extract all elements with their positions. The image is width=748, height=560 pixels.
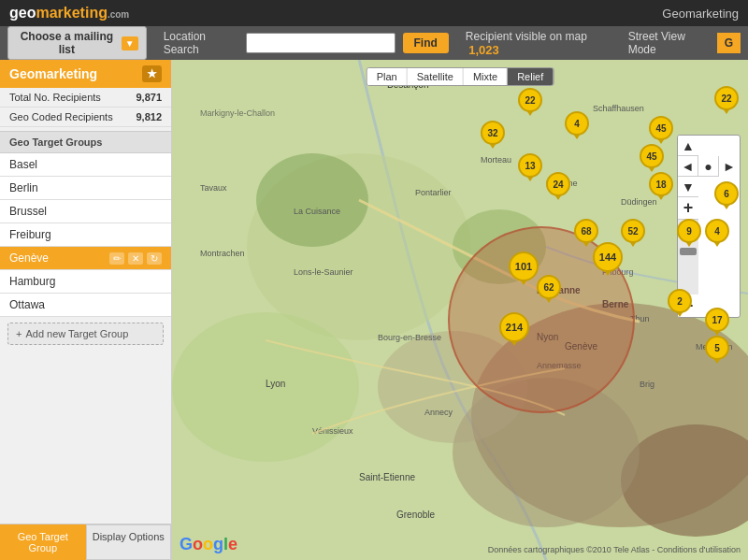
map-marker-8[interactable]: 18 [649, 172, 673, 196]
add-target-group-button[interactable]: + Add new Target Group [7, 323, 164, 345]
map-type-mixte[interactable]: Mixte [464, 68, 508, 85]
map-marker-9[interactable]: 6 [714, 181, 739, 206]
marker-bubble: 101 [509, 251, 539, 281]
svg-text:Bourg-en-Bresse: Bourg-en-Bresse [378, 333, 441, 342]
marker-bubble: 17 [705, 308, 729, 332]
marker-bubble: 4 [705, 219, 729, 243]
tab-geo-target-group[interactable]: Geo Target Group [0, 524, 86, 560]
marker-bubble: 45 [649, 116, 673, 140]
zoom-in-button[interactable]: + [678, 197, 698, 220]
map-marker-16[interactable]: 144 [593, 242, 623, 272]
google-e: e [228, 535, 237, 553]
marker-bubble: 6 [714, 181, 739, 206]
svg-text:Grenoble: Grenoble [396, 510, 436, 520]
map-type-relief[interactable]: Relief [508, 68, 553, 85]
group-name: Genève [9, 251, 49, 265]
map-marker-5[interactable]: 13 [518, 153, 542, 178]
main-layout: Geomarketing ★ Total No. Recipients 9,87… [0, 60, 748, 560]
recipient-info: Recipient visible on map 1,023 [466, 30, 611, 57]
location-search-input[interactable] [246, 33, 396, 53]
marker-bubble: 24 [546, 172, 570, 196]
google-g2: g [213, 535, 223, 553]
group-actions: ✏ ✕ ↻ [109, 252, 162, 265]
marker-bubble: 18 [649, 172, 673, 196]
marker-bubble: 22 [518, 88, 542, 112]
svg-text:Morteau: Morteau [481, 155, 511, 165]
svg-text:La Cuisance: La Cuisance [294, 207, 340, 216]
bottom-tabs: Geo Target Group Display Options [0, 524, 171, 560]
map-type-satellite[interactable]: Satellite [408, 68, 464, 85]
map-marker-20[interactable]: 17 [705, 308, 729, 332]
total-recipients-label: Total No. Recipients [9, 92, 101, 103]
svg-text:Saint-Etienne: Saint-Etienne [359, 472, 415, 482]
svg-text:Tavaux: Tavaux [200, 183, 227, 193]
pan-center-button[interactable]: ● [698, 156, 719, 177]
group-item-genève[interactable]: Genève ✏ ✕ ↻ [0, 247, 171, 270]
marker-bubble: 2 [668, 289, 692, 313]
total-recipients-value: 9,871 [136, 92, 162, 103]
pan-right-button[interactable]: ► [719, 156, 740, 177]
svg-text:Brig: Brig [640, 380, 654, 389]
map-marker-4[interactable]: 22 [714, 86, 739, 110]
map-marker-19[interactable]: 214 [499, 312, 529, 342]
sidebar: Geomarketing ★ Total No. Recipients 9,87… [0, 60, 172, 560]
map-marker-15[interactable]: 101 [509, 251, 539, 281]
marker-bubble: 4 [565, 111, 589, 136]
marker-bubble: 22 [714, 86, 739, 110]
map-marker-2[interactable]: 32 [481, 121, 505, 145]
map-marker-17[interactable]: 62 [537, 275, 561, 299]
marker-bubble: 9 [677, 219, 701, 243]
map-marker-3[interactable]: 45 [649, 116, 673, 140]
recipient-label: Recipient visible on map [466, 30, 587, 43]
map-marker-7[interactable]: 24 [546, 172, 570, 196]
find-button[interactable]: Find [403, 33, 449, 53]
map-marker-0[interactable]: 22 [518, 88, 542, 112]
svg-text:Schaffhausen: Schaffhausen [593, 104, 644, 113]
toolbar: Choose a mailing list ▼ Location Search … [0, 26, 748, 60]
group-item-freiburg[interactable]: Freiburg [0, 223, 171, 247]
street-view-button[interactable]: G [717, 33, 741, 53]
logo-geo: geo [9, 5, 36, 21]
delete-icon[interactable]: ✕ [128, 252, 143, 265]
edit-icon[interactable]: ✏ [109, 252, 124, 265]
map-container[interactable]: Markigny-le-Challon Besançon Morteau Sch… [172, 60, 748, 560]
street-view-label: Street View Mode [628, 30, 710, 56]
group-item-berlin[interactable]: Berlin [0, 177, 171, 200]
marker-bubble: 52 [621, 219, 645, 243]
geomarketing-header: Geomarketing ★ [0, 60, 171, 88]
dropdown-arrow-icon: ▼ [122, 36, 138, 50]
group-item-hamburg[interactable]: Hamburg [0, 270, 171, 294]
map-marker-1[interactable]: 4 [565, 111, 589, 136]
pan-down-button[interactable]: ▼ [678, 177, 698, 197]
map-type-bar: PlanSatelliteMixteRelief [367, 67, 554, 86]
star-icon[interactable]: ★ [142, 65, 162, 82]
logo-marketing: marketing [36, 5, 107, 21]
map-marker-14[interactable]: 9 [677, 219, 701, 243]
marker-bubble: 45 [640, 144, 664, 168]
svg-text:Montrachen: Montrachen [200, 249, 245, 258]
pan-up-button[interactable]: ▲ [678, 136, 698, 156]
group-item-ottawa[interactable]: Ottawa [0, 294, 171, 317]
geo-coded-value: 9,812 [136, 111, 162, 122]
map-marker-18[interactable]: 2 [668, 289, 692, 313]
group-item-basel[interactable]: Basel [0, 153, 171, 177]
map-type-plan[interactable]: Plan [367, 68, 408, 85]
google-logo: Google [180, 535, 237, 554]
map-marker-11[interactable]: 4 [705, 219, 729, 243]
mailing-list-button[interactable]: Choose a mailing list ▼ [7, 26, 147, 60]
location-search-label: Location Search [164, 30, 238, 56]
group-item-brussel[interactable]: Brussel [0, 200, 171, 223]
pan-left-button[interactable]: ◄ [678, 156, 698, 177]
app-title: Geomarketing [662, 7, 739, 21]
add-target-label: Add new Target Group [25, 328, 128, 339]
topbar: geomarketing.com Geomarketing [0, 0, 748, 26]
map-marker-13[interactable]: 52 [621, 219, 645, 243]
map-marker-22[interactable]: 5 [705, 336, 729, 360]
map-marker-12[interactable]: 68 [574, 219, 598, 243]
svg-text:Lyon: Lyon [266, 379, 285, 389]
map-marker-6[interactable]: 45 [640, 144, 664, 168]
geo-coded-row: Geo Coded Recipients 9,812 [0, 108, 171, 127]
refresh-icon[interactable]: ↻ [147, 252, 162, 265]
target-groups-header: Geo Target Groups [0, 131, 171, 153]
tab-display-options[interactable]: Display Options [86, 524, 172, 560]
